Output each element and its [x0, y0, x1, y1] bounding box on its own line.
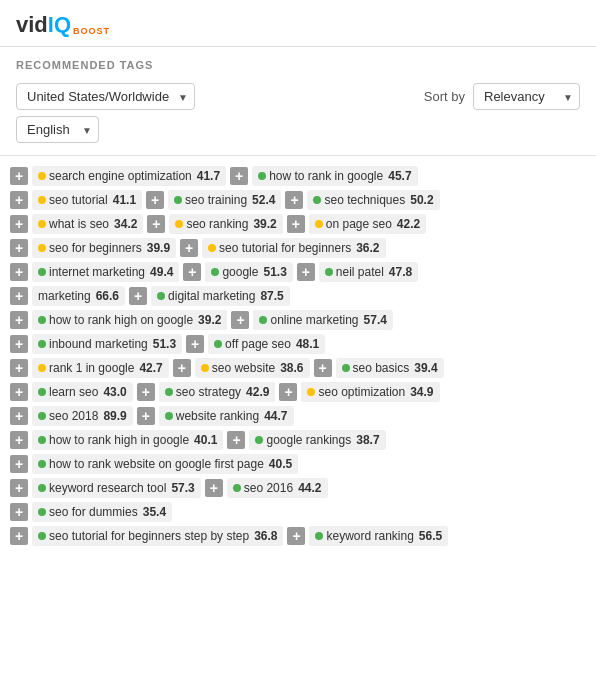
tag-add-button[interactable]: +	[10, 239, 28, 257]
tag-add-button[interactable]: +	[285, 191, 303, 209]
list-item[interactable]: how to rank high on google39.2	[32, 310, 227, 330]
list-item[interactable]: seo tutorial for beginners step by step3…	[32, 526, 283, 546]
list-item[interactable]: inbound marketing51.3	[32, 334, 182, 354]
tag-add-button[interactable]: +	[10, 383, 28, 401]
logo-vid-text: vid	[16, 12, 48, 38]
tag-score: 40.1	[194, 433, 217, 447]
tag-add-button[interactable]: +	[10, 215, 28, 233]
list-item[interactable]: google51.3	[205, 262, 292, 282]
tag-add-button[interactable]: +	[146, 191, 164, 209]
tag-add-button[interactable]: +	[279, 383, 297, 401]
tag-add-button[interactable]: +	[287, 215, 305, 233]
tag-score: 42.2	[397, 217, 420, 231]
list-item[interactable]: search engine optimization41.7	[32, 166, 226, 186]
tag-add-button[interactable]: +	[10, 359, 28, 377]
tag-add-button[interactable]: +	[230, 167, 248, 185]
tag-score: 48.1	[296, 337, 319, 351]
tag-dot-indicator	[38, 316, 46, 324]
list-item[interactable]: seo 201644.2	[227, 478, 328, 498]
tag-score: 39.2	[198, 313, 221, 327]
tag-add-button[interactable]: +	[137, 407, 155, 425]
list-item[interactable]: how to rank high in google40.1	[32, 430, 223, 450]
tag-add-button[interactable]: +	[10, 431, 28, 449]
tag-add-button[interactable]: +	[205, 479, 223, 497]
tag-dot-indicator	[211, 268, 219, 276]
controls-top-row: United States/Worldwide United States Wo…	[16, 83, 580, 110]
list-item[interactable]: on page seo42.2	[309, 214, 426, 234]
list-item[interactable]: seo training52.4	[168, 190, 281, 210]
list-item[interactable]: digital marketing87.5	[151, 286, 290, 306]
tag-name: seo for beginners	[49, 241, 142, 255]
sort-select-wrapper: Relevancy Score Alphabetical ▼	[473, 83, 580, 110]
list-item[interactable]: seo techniques50.2	[307, 190, 439, 210]
tag-dot-indicator	[38, 340, 46, 348]
tag-dot-indicator	[255, 436, 263, 444]
sort-select[interactable]: Relevancy Score Alphabetical	[473, 83, 580, 110]
tag-dot-indicator	[157, 292, 165, 300]
tag-add-button[interactable]: +	[10, 527, 28, 545]
tag-add-button[interactable]: +	[137, 383, 155, 401]
tag-score: 41.7	[197, 169, 220, 183]
sort-row: Sort by Relevancy Score Alphabetical ▼	[424, 83, 580, 110]
tag-add-button[interactable]: +	[186, 335, 204, 353]
tag-dot-indicator	[38, 532, 46, 540]
list-item[interactable]: internet marketing49.4	[32, 262, 179, 282]
list-item[interactable]: google rankings38.7	[249, 430, 385, 450]
list-item[interactable]: seo tutorial for beginners36.2	[202, 238, 385, 258]
tag-add-button[interactable]: +	[129, 287, 147, 305]
list-item[interactable]: learn seo43.0	[32, 382, 133, 402]
tag-add-button[interactable]: +	[10, 263, 28, 281]
tag-add-button[interactable]: +	[10, 287, 28, 305]
language-select[interactable]: English Spanish French German	[16, 116, 99, 143]
list-item[interactable]: how to rank in google45.7	[252, 166, 417, 186]
tag-add-button[interactable]: +	[147, 215, 165, 233]
tag-add-button[interactable]: +	[231, 311, 249, 329]
location-select[interactable]: United States/Worldwide United States Wo…	[16, 83, 195, 110]
tag-add-button[interactable]: +	[10, 311, 28, 329]
tag-add-button[interactable]: +	[287, 527, 305, 545]
tag-dot-indicator	[233, 484, 241, 492]
list-item[interactable]: seo strategy42.9	[159, 382, 276, 402]
list-item[interactable]: how to rank website on google first page…	[32, 454, 298, 474]
list-item[interactable]: seo for beginners39.9	[32, 238, 176, 258]
list-item[interactable]: neil patel47.8	[319, 262, 418, 282]
tag-name: how to rank website on google first page	[49, 457, 264, 471]
tag-add-button[interactable]: +	[10, 455, 28, 473]
tag-add-button[interactable]: +	[10, 503, 28, 521]
tag-name: how to rank in google	[269, 169, 383, 183]
list-item[interactable]: online marketing57.4	[253, 310, 392, 330]
tag-dot-indicator	[325, 268, 333, 276]
list-item[interactable]: seo 201889.9	[32, 406, 133, 426]
tag-score: 38.6	[280, 361, 303, 375]
list-item[interactable]: what is seo34.2	[32, 214, 143, 234]
list-item[interactable]: seo optimization34.9	[301, 382, 439, 402]
list-item[interactable]: marketing66.6	[32, 286, 125, 306]
tag-add-button[interactable]: +	[10, 335, 28, 353]
list-item[interactable]: keyword research tool57.3	[32, 478, 201, 498]
tag-row: +keyword research tool57.3+seo 201644.2	[10, 478, 586, 498]
list-item[interactable]: website ranking44.7	[159, 406, 294, 426]
list-item[interactable]: seo basics39.4	[336, 358, 444, 378]
tag-add-button[interactable]: +	[10, 167, 28, 185]
tag-add-button[interactable]: +	[227, 431, 245, 449]
tag-score: 51.3	[263, 265, 286, 279]
tag-add-button[interactable]: +	[10, 407, 28, 425]
list-item[interactable]: seo tutorial41.1	[32, 190, 142, 210]
tag-add-button[interactable]: +	[10, 479, 28, 497]
list-item[interactable]: rank 1 in google42.7	[32, 358, 169, 378]
list-item[interactable]: seo ranking39.2	[169, 214, 282, 234]
tag-score: 45.7	[388, 169, 411, 183]
tag-add-button[interactable]: +	[314, 359, 332, 377]
tag-add-button[interactable]: +	[180, 239, 198, 257]
list-item[interactable]: seo for dummies35.4	[32, 502, 172, 522]
tag-name: inbound marketing	[49, 337, 148, 351]
list-item[interactable]: off page seo48.1	[208, 334, 325, 354]
language-select-wrapper: English Spanish French German ▼	[16, 116, 99, 143]
tag-add-button[interactable]: +	[173, 359, 191, 377]
tag-dot-indicator	[38, 196, 46, 204]
tag-add-button[interactable]: +	[10, 191, 28, 209]
list-item[interactable]: keyword ranking56.5	[309, 526, 448, 546]
tag-add-button[interactable]: +	[297, 263, 315, 281]
list-item[interactable]: seo website38.6	[195, 358, 310, 378]
tag-add-button[interactable]: +	[183, 263, 201, 281]
